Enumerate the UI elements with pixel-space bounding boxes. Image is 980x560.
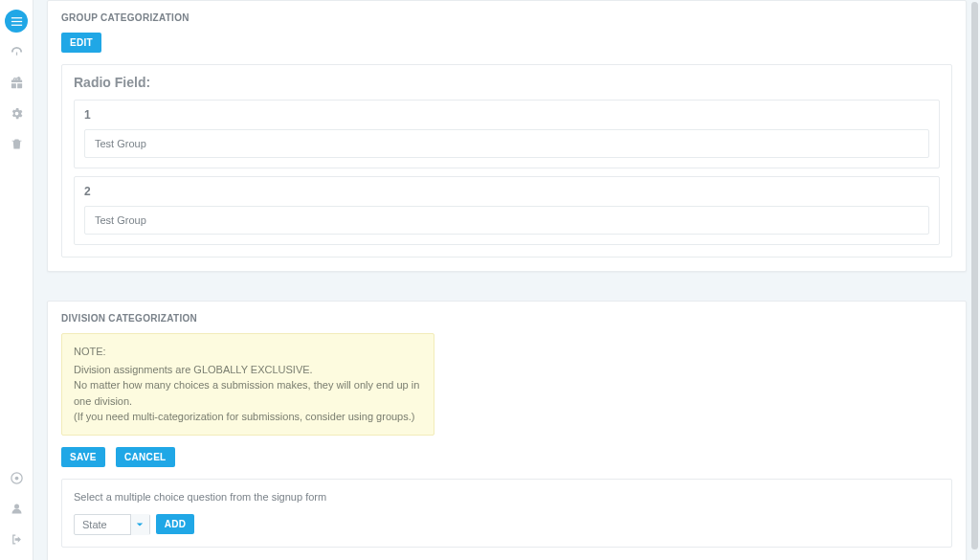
scrollbar-thumb[interactable] xyxy=(971,2,978,549)
add-button[interactable]: ADD xyxy=(156,514,195,534)
select-question-area: Select a multiple choice question from t… xyxy=(61,479,952,548)
logout-icon[interactable] xyxy=(5,527,28,550)
radio-option-2: 2 Test Group xyxy=(74,176,940,245)
group-categorization-panel: GROUP CATEGORIZATION EDIT Radio Field: 1… xyxy=(47,0,967,272)
select-prompt: Select a multiple choice question from t… xyxy=(74,491,940,503)
chevron-down-icon xyxy=(130,514,149,535)
option-label: 2 xyxy=(84,185,929,198)
scrollbar[interactable] xyxy=(971,0,978,560)
radio-option-1: 1 Test Group xyxy=(74,100,940,168)
division-categorization-panel: DIVISION CATEGORIZATION NOTE: Division a… xyxy=(47,301,967,560)
group-name: Test Group xyxy=(84,129,929,158)
option-label: 1 xyxy=(84,108,929,122)
svg-rect-2 xyxy=(11,24,21,25)
main-content: GROUP CATEGORIZATION EDIT Radio Field: 1… xyxy=(33,0,980,560)
note-line: No matter how many choices a submission … xyxy=(74,377,422,409)
cancel-button[interactable]: CANCEL xyxy=(116,447,174,467)
group-name: Test Group xyxy=(84,206,929,235)
note-line: Division assignments are GLOBALLY EXCLUS… xyxy=(74,362,422,378)
gear-icon[interactable] xyxy=(5,101,28,124)
menu-icon[interactable] xyxy=(5,10,28,33)
note-title: NOTE: xyxy=(74,344,422,360)
question-dropdown[interactable]: State xyxy=(74,514,150,535)
save-button[interactable]: SAVE xyxy=(61,447,105,467)
svg-rect-1 xyxy=(11,20,21,21)
trash-icon[interactable] xyxy=(5,132,28,155)
user-icon[interactable] xyxy=(5,497,28,520)
svg-point-5 xyxy=(14,504,19,508)
note-box: NOTE: Division assignments are GLOBALLY … xyxy=(61,333,434,436)
sidebar xyxy=(0,0,33,560)
group-panel-title: GROUP CATEGORIZATION xyxy=(61,12,952,23)
division-panel-title: DIVISION CATEGORIZATION xyxy=(61,313,952,324)
svg-rect-0 xyxy=(11,17,21,18)
gift-icon[interactable] xyxy=(5,71,28,94)
svg-point-4 xyxy=(14,476,18,480)
note-line: (If you need multi-categorization for su… xyxy=(74,409,422,425)
radio-field-box: Radio Field: 1 Test Group 2 Test Group xyxy=(61,64,952,258)
edit-button[interactable]: EDIT xyxy=(61,33,101,53)
dropdown-selected: State xyxy=(75,519,130,530)
radio-field-title: Radio Field: xyxy=(74,75,940,90)
dashboard-icon[interactable] xyxy=(5,40,28,63)
help-icon[interactable] xyxy=(5,466,28,489)
